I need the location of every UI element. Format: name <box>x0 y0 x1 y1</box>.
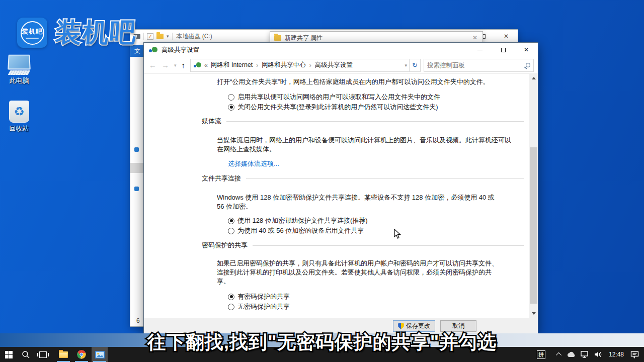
desktop-icon-label: 此电脑 <box>3 76 35 85</box>
desktop-icon-label: 回收站 <box>3 124 35 133</box>
save-button-label: 保存更改 <box>406 322 430 330</box>
explorer-close-button[interactable]: ✕ <box>495 30 518 43</box>
nav-pane-icon <box>134 187 139 191</box>
section-file-sharing-connections: 文件共享连接 <box>202 174 524 183</box>
address-bar: ← → ▾ ↑ « 网络和 Internet › 网络和共享中心 › 高级共享设… <box>144 57 538 74</box>
maximize-button[interactable] <box>492 43 515 57</box>
cancel-button-label: 取消 <box>452 322 464 330</box>
search-box[interactable] <box>424 59 534 72</box>
desktop-icon-recycle-bin[interactable]: ♻ 回收站 <box>3 101 35 133</box>
breadcrumb-item-network-sharing-center[interactable]: 网络和共享中心 <box>262 61 306 69</box>
breadcrumb-item-network-internet[interactable]: 网络和 Internet <box>211 61 253 69</box>
settings-content: 打开“公用文件夹共享”时，网络上包括家庭组成员在内的用户都可以访问公用文件夹中的… <box>144 74 538 318</box>
radio-row-enable-public-sharing[interactable]: 启用共享以便可以访问网络的用户可以读取和写入公用文件夹中的文件 <box>228 93 440 102</box>
folder-icon[interactable] <box>156 34 164 39</box>
nav-pane-selected-item[interactable] <box>130 163 144 173</box>
forward-button[interactable]: → <box>162 61 169 69</box>
scrollbar[interactable] <box>529 74 538 318</box>
radio-label: 有密码保护的共享 <box>237 292 290 301</box>
refresh-button[interactable]: ↻ <box>410 59 421 72</box>
radio-icon[interactable] <box>228 294 234 300</box>
recycle-bin-icon: ♻ <box>9 101 29 123</box>
mouse-cursor <box>394 229 401 241</box>
window-title: 高级共享设置 <box>162 46 199 54</box>
radio-icon[interactable] <box>228 94 234 101</box>
section-header: 文件共享连接 <box>202 174 241 183</box>
section-header: 密码保护的共享 <box>202 241 248 250</box>
radio-label: 使用 128 位加密帮助保护文件共享连接(推荐) <box>237 216 368 225</box>
password-sharing-text: 如果已启用密码保护的共享，则只有具备此计算机的用户帐户和密码的用户才可以访问共享… <box>217 259 504 286</box>
radio-icon[interactable] <box>228 228 234 234</box>
back-button[interactable]: ← <box>149 61 156 69</box>
radio-label: 无密码保护的共享 <box>237 302 290 311</box>
network-icon <box>194 62 202 69</box>
nav-pane-icon <box>134 147 139 152</box>
dialog-title: 新建共享 属性 <box>285 34 472 42</box>
file-sharing-text: Windows 使用 128 位加密帮助保护文件共享连接。某些设备不支持 128… <box>217 193 501 211</box>
scrollbar-thumb[interactable] <box>530 147 537 304</box>
chevron-right-icon: › <box>256 62 258 69</box>
radio-label: 关闭公用文件夹共享(登录到此计算机的用户仍然可以访问这些文件夹) <box>237 103 438 112</box>
explorer-title: 本地磁盘 (C:) <box>177 32 212 41</box>
close-button[interactable]: ✕ <box>515 43 538 57</box>
up-button[interactable]: ↑ <box>182 61 186 69</box>
chevron-right-icon: › <box>309 62 311 69</box>
address-dropdown-icon[interactable]: ▾ <box>405 63 408 68</box>
logo-badge: 装机吧 <box>17 18 47 48</box>
advanced-sharing-window: 高级共享设置 ✕ ← → ▾ ↑ « 网络和 Internet › 网络和共享中… <box>143 42 538 334</box>
section-header: 媒体流 <box>202 117 221 126</box>
history-dropdown-icon[interactable]: ▾ <box>174 63 177 68</box>
radio-row-128-bit[interactable]: 使用 128 位加密帮助保护文件共享连接(推荐) <box>228 216 368 225</box>
media-streaming-options-link[interactable]: 选择媒体流选项... <box>228 159 279 168</box>
radio-row-disable-public-sharing[interactable]: 关闭公用文件夹共享(登录到此计算机的用户仍然可以访问这些文件夹) <box>228 103 438 112</box>
minimize-button[interactable] <box>468 43 492 57</box>
logo-badge-text: 装机吧 <box>22 27 43 36</box>
radio-icon[interactable] <box>228 304 234 310</box>
radio-row-password-on[interactable]: 有密码保护的共享 <box>228 292 290 301</box>
radio-label: 启用共享以便可以访问网络的用户可以读取和写入公用文件夹中的文件 <box>237 93 440 102</box>
explorer-status-count: 6 <box>136 317 140 324</box>
radio-label: 为使用 40 或 56 位加密的设备启用文件共享 <box>237 226 364 235</box>
video-subtitle: 往下翻找,找到"无密码保护的共享"并勾选 <box>0 330 644 355</box>
public-folder-intro: 打开“公用文件夹共享”时，网络上包括家庭组成员在内的用户都可以访问公用文件夹中的… <box>217 77 534 86</box>
breadcrumb[interactable]: « 网络和 Internet › 网络和共享中心 › 高级共享设置 ▾ <box>190 59 410 72</box>
radio-row-40-56-bit[interactable]: 为使用 40 或 56 位加密的设备启用文件共享 <box>228 226 364 235</box>
search-icon <box>526 63 530 67</box>
radio-icon[interactable] <box>228 218 234 224</box>
breadcrumb-prefix: « <box>204 62 208 69</box>
watermark-logo: 装机吧 装机吧 <box>17 15 137 50</box>
dialog-close-button[interactable]: ✕ <box>472 34 477 41</box>
this-pc-icon <box>3 54 35 75</box>
properties-check-icon[interactable]: ✓ <box>147 33 153 40</box>
section-media-streaming: 媒体流 <box>202 117 524 126</box>
media-streaming-text: 当媒体流启用时，网络上的用户和设备便可以访问此计算机上的图片、音乐以及视频。此计… <box>217 136 515 154</box>
desktop-icon-this-pc[interactable]: 此电脑 <box>3 54 35 85</box>
scroll-down-icon[interactable] <box>529 309 538 318</box>
network-icon <box>149 46 158 54</box>
radio-icon[interactable] <box>228 104 234 111</box>
uac-shield-icon <box>398 323 404 329</box>
logo-title: 装机吧 <box>54 15 138 50</box>
breadcrumb-item-advanced-sharing[interactable]: 高级共享设置 <box>315 61 353 69</box>
scroll-up-icon[interactable] <box>529 74 538 82</box>
section-password-protected-sharing: 密码保护的共享 <box>202 241 524 250</box>
radio-row-password-off[interactable]: 无密码保护的共享 <box>228 302 290 311</box>
qat-dropdown-icon[interactable]: ▾ <box>167 34 169 39</box>
window-titlebar: 高级共享设置 ✕ <box>144 43 538 57</box>
folder-icon <box>274 35 281 41</box>
search-input[interactable] <box>427 62 526 69</box>
